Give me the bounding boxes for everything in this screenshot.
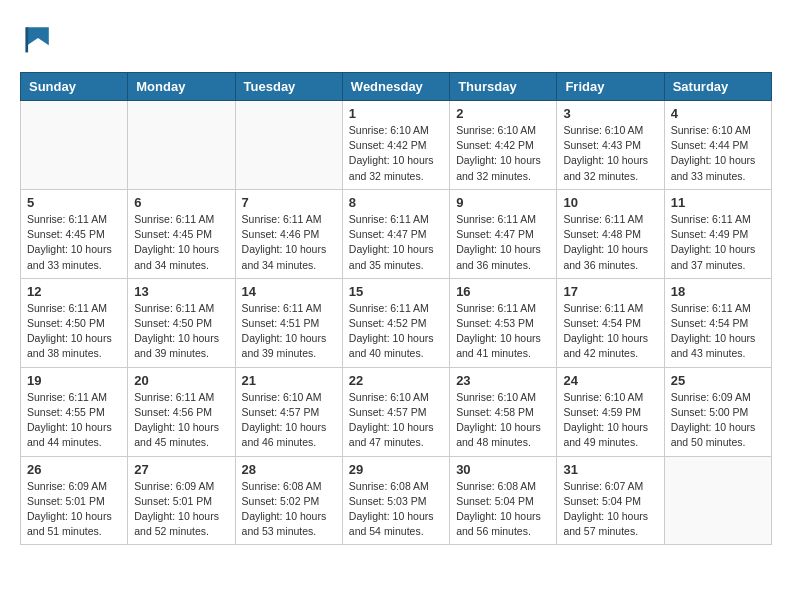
day-info: Sunrise: 6:07 AM Sunset: 5:04 PM Dayligh… (563, 479, 657, 540)
day-number: 20 (134, 373, 228, 388)
day-number: 23 (456, 373, 550, 388)
calendar-cell: 27Sunrise: 6:09 AM Sunset: 5:01 PM Dayli… (128, 456, 235, 545)
calendar-cell: 18Sunrise: 6:11 AM Sunset: 4:54 PM Dayli… (664, 278, 771, 367)
day-info: Sunrise: 6:09 AM Sunset: 5:01 PM Dayligh… (134, 479, 228, 540)
day-number: 21 (242, 373, 336, 388)
day-number: 10 (563, 195, 657, 210)
day-info: Sunrise: 6:11 AM Sunset: 4:51 PM Dayligh… (242, 301, 336, 362)
day-number: 4 (671, 106, 765, 121)
day-info: Sunrise: 6:11 AM Sunset: 4:45 PM Dayligh… (134, 212, 228, 273)
day-info: Sunrise: 6:08 AM Sunset: 5:03 PM Dayligh… (349, 479, 443, 540)
day-number: 17 (563, 284, 657, 299)
calendar-cell: 30Sunrise: 6:08 AM Sunset: 5:04 PM Dayli… (450, 456, 557, 545)
day-info: Sunrise: 6:11 AM Sunset: 4:48 PM Dayligh… (563, 212, 657, 273)
calendar-header-row: SundayMondayTuesdayWednesdayThursdayFrid… (21, 73, 772, 101)
calendar-cell: 1Sunrise: 6:10 AM Sunset: 4:42 PM Daylig… (342, 101, 449, 190)
calendar-cell: 10Sunrise: 6:11 AM Sunset: 4:48 PM Dayli… (557, 189, 664, 278)
calendar-cell: 6Sunrise: 6:11 AM Sunset: 4:45 PM Daylig… (128, 189, 235, 278)
calendar-cell: 12Sunrise: 6:11 AM Sunset: 4:50 PM Dayli… (21, 278, 128, 367)
day-number: 11 (671, 195, 765, 210)
day-number: 6 (134, 195, 228, 210)
day-number: 30 (456, 462, 550, 477)
calendar-cell (664, 456, 771, 545)
day-info: Sunrise: 6:11 AM Sunset: 4:52 PM Dayligh… (349, 301, 443, 362)
day-info: Sunrise: 6:10 AM Sunset: 4:43 PM Dayligh… (563, 123, 657, 184)
day-number: 29 (349, 462, 443, 477)
calendar-cell (128, 101, 235, 190)
calendar-cell: 2Sunrise: 6:10 AM Sunset: 4:42 PM Daylig… (450, 101, 557, 190)
calendar-table: SundayMondayTuesdayWednesdayThursdayFrid… (20, 72, 772, 545)
calendar-cell: 3Sunrise: 6:10 AM Sunset: 4:43 PM Daylig… (557, 101, 664, 190)
day-info: Sunrise: 6:11 AM Sunset: 4:47 PM Dayligh… (349, 212, 443, 273)
day-number: 28 (242, 462, 336, 477)
svg-rect-2 (25, 27, 28, 52)
day-info: Sunrise: 6:10 AM Sunset: 4:58 PM Dayligh… (456, 390, 550, 451)
calendar-cell: 4Sunrise: 6:10 AM Sunset: 4:44 PM Daylig… (664, 101, 771, 190)
calendar-cell: 15Sunrise: 6:11 AM Sunset: 4:52 PM Dayli… (342, 278, 449, 367)
calendar-cell: 21Sunrise: 6:10 AM Sunset: 4:57 PM Dayli… (235, 367, 342, 456)
day-info: Sunrise: 6:10 AM Sunset: 4:44 PM Dayligh… (671, 123, 765, 184)
col-header-tuesday: Tuesday (235, 73, 342, 101)
calendar-cell: 31Sunrise: 6:07 AM Sunset: 5:04 PM Dayli… (557, 456, 664, 545)
day-info: Sunrise: 6:08 AM Sunset: 5:02 PM Dayligh… (242, 479, 336, 540)
calendar-cell: 29Sunrise: 6:08 AM Sunset: 5:03 PM Dayli… (342, 456, 449, 545)
day-info: Sunrise: 6:11 AM Sunset: 4:53 PM Dayligh… (456, 301, 550, 362)
calendar-cell: 20Sunrise: 6:11 AM Sunset: 4:56 PM Dayli… (128, 367, 235, 456)
day-info: Sunrise: 6:11 AM Sunset: 4:46 PM Dayligh… (242, 212, 336, 273)
day-number: 8 (349, 195, 443, 210)
day-info: Sunrise: 6:11 AM Sunset: 4:45 PM Dayligh… (27, 212, 121, 273)
day-number: 18 (671, 284, 765, 299)
day-info: Sunrise: 6:11 AM Sunset: 4:56 PM Dayligh… (134, 390, 228, 451)
calendar-week-row: 26Sunrise: 6:09 AM Sunset: 5:01 PM Dayli… (21, 456, 772, 545)
day-number: 15 (349, 284, 443, 299)
day-info: Sunrise: 6:10 AM Sunset: 4:42 PM Dayligh… (349, 123, 443, 184)
page-header (20, 20, 772, 56)
day-info: Sunrise: 6:09 AM Sunset: 5:00 PM Dayligh… (671, 390, 765, 451)
day-info: Sunrise: 6:11 AM Sunset: 4:54 PM Dayligh… (671, 301, 765, 362)
calendar-cell: 24Sunrise: 6:10 AM Sunset: 4:59 PM Dayli… (557, 367, 664, 456)
day-info: Sunrise: 6:10 AM Sunset: 4:57 PM Dayligh… (349, 390, 443, 451)
day-number: 3 (563, 106, 657, 121)
calendar-cell: 19Sunrise: 6:11 AM Sunset: 4:55 PM Dayli… (21, 367, 128, 456)
day-info: Sunrise: 6:11 AM Sunset: 4:54 PM Dayligh… (563, 301, 657, 362)
day-number: 26 (27, 462, 121, 477)
calendar-cell: 9Sunrise: 6:11 AM Sunset: 4:47 PM Daylig… (450, 189, 557, 278)
day-info: Sunrise: 6:08 AM Sunset: 5:04 PM Dayligh… (456, 479, 550, 540)
logo (20, 20, 60, 56)
day-number: 7 (242, 195, 336, 210)
calendar-cell (21, 101, 128, 190)
day-number: 2 (456, 106, 550, 121)
day-info: Sunrise: 6:11 AM Sunset: 4:49 PM Dayligh… (671, 212, 765, 273)
calendar-week-row: 1Sunrise: 6:10 AM Sunset: 4:42 PM Daylig… (21, 101, 772, 190)
day-number: 19 (27, 373, 121, 388)
day-info: Sunrise: 6:11 AM Sunset: 4:50 PM Dayligh… (134, 301, 228, 362)
day-number: 25 (671, 373, 765, 388)
calendar-cell: 11Sunrise: 6:11 AM Sunset: 4:49 PM Dayli… (664, 189, 771, 278)
calendar-cell: 7Sunrise: 6:11 AM Sunset: 4:46 PM Daylig… (235, 189, 342, 278)
day-number: 5 (27, 195, 121, 210)
calendar-week-row: 19Sunrise: 6:11 AM Sunset: 4:55 PM Dayli… (21, 367, 772, 456)
day-info: Sunrise: 6:10 AM Sunset: 4:59 PM Dayligh… (563, 390, 657, 451)
calendar-week-row: 5Sunrise: 6:11 AM Sunset: 4:45 PM Daylig… (21, 189, 772, 278)
col-header-monday: Monday (128, 73, 235, 101)
day-number: 31 (563, 462, 657, 477)
calendar-cell: 14Sunrise: 6:11 AM Sunset: 4:51 PM Dayli… (235, 278, 342, 367)
logo-icon (20, 20, 56, 56)
calendar-cell: 13Sunrise: 6:11 AM Sunset: 4:50 PM Dayli… (128, 278, 235, 367)
day-info: Sunrise: 6:11 AM Sunset: 4:55 PM Dayligh… (27, 390, 121, 451)
col-header-wednesday: Wednesday (342, 73, 449, 101)
day-number: 9 (456, 195, 550, 210)
day-number: 14 (242, 284, 336, 299)
day-number: 13 (134, 284, 228, 299)
calendar-cell: 28Sunrise: 6:08 AM Sunset: 5:02 PM Dayli… (235, 456, 342, 545)
calendar-cell: 8Sunrise: 6:11 AM Sunset: 4:47 PM Daylig… (342, 189, 449, 278)
day-info: Sunrise: 6:11 AM Sunset: 4:50 PM Dayligh… (27, 301, 121, 362)
day-number: 1 (349, 106, 443, 121)
day-info: Sunrise: 6:10 AM Sunset: 4:42 PM Dayligh… (456, 123, 550, 184)
calendar-cell: 17Sunrise: 6:11 AM Sunset: 4:54 PM Dayli… (557, 278, 664, 367)
col-header-friday: Friday (557, 73, 664, 101)
calendar-cell: 5Sunrise: 6:11 AM Sunset: 4:45 PM Daylig… (21, 189, 128, 278)
col-header-saturday: Saturday (664, 73, 771, 101)
day-info: Sunrise: 6:09 AM Sunset: 5:01 PM Dayligh… (27, 479, 121, 540)
day-number: 22 (349, 373, 443, 388)
